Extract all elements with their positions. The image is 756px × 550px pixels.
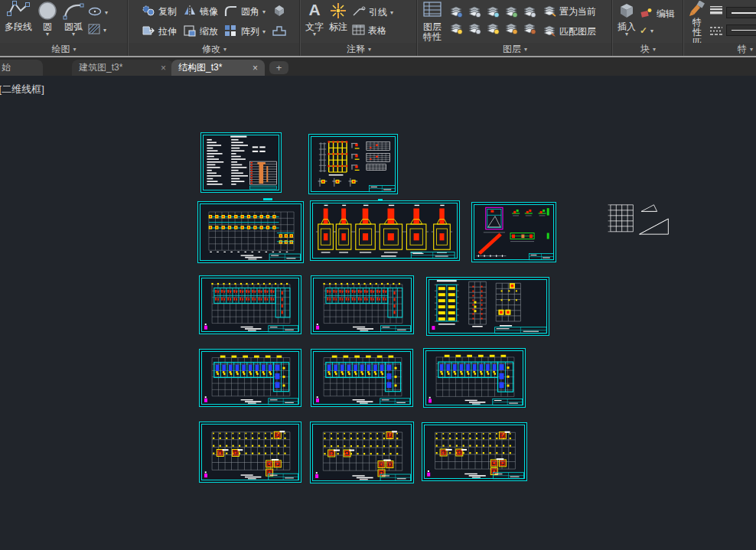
attribute-check-icon: ✓ [640, 26, 647, 36]
tab-close-icon[interactable]: × [155, 63, 166, 73]
text-button[interactable]: A 文字 [303, 0, 326, 43]
block-edit-button[interactable]: 编辑 [640, 7, 675, 21]
table-icon [352, 24, 365, 37]
stretch-icon [142, 24, 155, 39]
insert-label: 插入 [618, 22, 636, 32]
edit-attribute-button[interactable]: ✓ ▾ [640, 26, 675, 36]
copy-button[interactable]: 复制 [142, 4, 177, 19]
layer-unlock-icon[interactable] [504, 22, 519, 38]
drawing-sheet-beam-plan-1[interactable] [199, 275, 301, 334]
block-edit-icon [640, 7, 653, 21]
text-icon: A [308, 1, 320, 22]
panel-label-draw[interactable]: 绘图 [0, 43, 128, 56]
layer-properties-button[interactable]: 图层特性 [420, 0, 445, 43]
layer-delete-icon[interactable] [523, 22, 537, 38]
drawing-sheet-roof-plan-1[interactable] [199, 421, 301, 483]
fillet-button[interactable]: 圆角 ▾ [224, 4, 266, 19]
drawing-sheet-slab-plan-1[interactable] [199, 349, 301, 407]
layer-list-icon[interactable] [523, 5, 537, 21]
drawing-sheet-roof-plan-2[interactable] [310, 421, 414, 483]
ellipse-button[interactable]: ▾ [88, 7, 108, 18]
panel-label-layers[interactable]: 图层 [418, 43, 612, 56]
tab-close-icon[interactable]: × [246, 63, 258, 73]
offset-icon [272, 24, 287, 39]
dimension-label: 标注 [329, 22, 347, 32]
sheet-caption-mark [378, 199, 383, 201]
layer-lock-icon[interactable] [504, 5, 519, 21]
drawing-sheet-roof-plan-3[interactable] [422, 422, 527, 481]
ribbon-panel-properties: 特性匹配 特 [683, 0, 756, 56]
explode-button[interactable] [272, 4, 287, 19]
drawing-sheet-loose-sketch[interactable] [607, 200, 670, 237]
polyline-button[interactable]: 多段线 [2, 0, 34, 43]
drawing-sheet-stair-details[interactable] [471, 202, 556, 262]
layer-freeze-icon[interactable] [486, 5, 500, 21]
match-properties-button[interactable]: 特性匹配 [686, 0, 708, 43]
set-current-button[interactable]: 置为当前 [543, 5, 596, 19]
drawing-sheet-slab-plan-3[interactable] [423, 348, 526, 408]
layer-thaw-icon[interactable] [486, 22, 500, 38]
match-layer-icon [543, 24, 556, 39]
panel-label-properties[interactable]: 特 [684, 43, 756, 56]
drawing-sheet-column-details[interactable] [308, 134, 398, 194]
circle-button[interactable]: 圆 [34, 0, 60, 43]
panel-label-annotate[interactable]: 注释 [301, 43, 417, 56]
layer-isolate-icon[interactable] [468, 5, 482, 21]
layer-on-icon[interactable] [449, 22, 464, 38]
leader-button[interactable]: 引线 ▾ [352, 6, 393, 19]
file-tab-bar: 始 建筑图_t3* × 结构图_t3* × + [0, 57, 756, 76]
hatch-button[interactable]: ▾ [88, 24, 108, 37]
lineweight-select[interactable] [726, 7, 756, 18]
linetype-icon[interactable] [709, 25, 723, 39]
dimension-button[interactable]: 标注 [326, 0, 350, 43]
dimension-icon [328, 1, 348, 22]
layer-properties-icon [422, 1, 442, 22]
drawing-sheet-slab-plan-2[interactable] [311, 349, 413, 407]
model-space-canvas[interactable]: ][二维线框] [0, 76, 756, 550]
array-button[interactable]: 阵列 ▾ [224, 24, 266, 39]
circle-icon [37, 1, 58, 22]
fillet-icon [224, 5, 238, 19]
array-icon [224, 24, 238, 39]
viewport-controls-label[interactable]: ][二维线框] [0, 83, 44, 96]
polyline-label: 多段线 [5, 22, 32, 32]
circle-label: 圆 [43, 22, 52, 32]
match-layer-button[interactable]: 匹配图层 [543, 24, 596, 39]
arc-button[interactable]: 圆弧 [60, 0, 86, 43]
set-current-icon [543, 5, 556, 19]
offset-button[interactable] [272, 24, 287, 39]
drawing-sheet-beam-plan-2[interactable] [311, 275, 414, 334]
stretch-button[interactable]: 拉伸 [142, 24, 177, 39]
ribbon-panel-block: 插入 编辑 ✓ ▾ 块 [612, 0, 683, 56]
tab-start[interactable]: 始 [0, 60, 43, 76]
mirror-button[interactable]: 镜像 [183, 4, 218, 19]
ribbon-panel-layers: 图层特性 置为当前 匹配图层 图层 [417, 0, 612, 56]
layer-walk-icon[interactable] [468, 22, 482, 38]
ribbon: 多段线 圆 圆弧 ▾ ▾ [0, 0, 756, 56]
drawing-sheet-foundation-dets[interactable] [310, 200, 460, 261]
mirror-icon [183, 5, 197, 19]
ellipse-icon [88, 7, 102, 18]
panel-label-modify[interactable]: 修改 [129, 43, 300, 56]
polyline-icon [7, 1, 30, 22]
lineweight-icon[interactable] [709, 5, 723, 18]
hatch-icon [88, 24, 100, 37]
layer-tools-grid [447, 5, 539, 38]
drawing-sheet-general-notes[interactable] [200, 132, 282, 193]
scale-button[interactable]: 缩放 [183, 24, 218, 39]
table-button[interactable]: 表格 [352, 24, 393, 37]
panel-label-block[interactable]: 块 [613, 43, 683, 56]
copy-icon [142, 5, 155, 19]
drawing-sheet-foundation-plan[interactable] [197, 201, 304, 263]
insert-icon [618, 1, 636, 22]
insert-button[interactable]: 插入 [615, 0, 638, 43]
leader-icon [352, 6, 366, 19]
linetype-select[interactable] [726, 24, 756, 36]
drawing-sheet-column-strips[interactable] [426, 277, 549, 336]
text-label: 文字 [305, 22, 324, 32]
new-tab-button[interactable]: + [269, 61, 288, 74]
sheet-caption-mark [263, 198, 272, 200]
layer-off-icon[interactable] [449, 5, 464, 21]
tab-arch-drawing[interactable]: 建筑图_t3* × [72, 60, 173, 76]
tab-struct-drawing[interactable]: 结构图_t3* × [171, 60, 265, 76]
